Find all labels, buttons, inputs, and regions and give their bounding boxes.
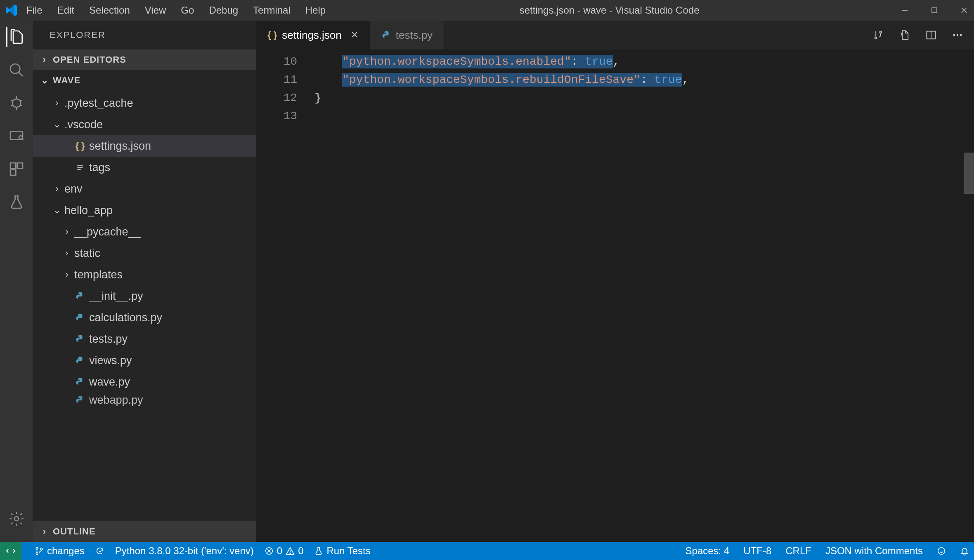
tree-item-static[interactable]: ›static <box>33 242 256 264</box>
status-problems[interactable]: 0 0 <box>265 545 304 557</box>
close-button[interactable] <box>959 5 969 15</box>
menu-edit[interactable]: Edit <box>57 5 74 16</box>
branch-name: changes <box>47 545 85 557</box>
tree-item-hello-app[interactable]: ⌄hello_app <box>33 200 256 221</box>
window-title: settings.json - wave - Visual Studio Cod… <box>326 5 893 16</box>
file-icon <box>74 163 86 172</box>
editor-content[interactable]: 10111213 "python.workspaceSymbols.enable… <box>256 49 974 542</box>
warning-count: 0 <box>298 545 303 557</box>
svg-point-6 <box>12 99 21 107</box>
minimize-button[interactable] <box>900 5 910 15</box>
title-bar: File Edit Selection View Go Debug Termin… <box>0 0 974 21</box>
status-indent[interactable]: Spaces: 4 <box>686 545 730 557</box>
python-file-icon <box>74 356 86 365</box>
svg-line-8 <box>11 100 13 101</box>
tree-item-tests-py[interactable]: tests.py <box>33 328 256 350</box>
tab-tests-py[interactable]: tests.py <box>370 21 445 49</box>
chevron-right-icon: › <box>40 526 49 537</box>
tree-item-views-py[interactable]: views.py <box>33 350 256 371</box>
svg-rect-18 <box>10 170 16 175</box>
svg-point-25 <box>78 336 79 337</box>
menu-view[interactable]: View <box>145 5 166 16</box>
split-editor-icon[interactable] <box>924 28 938 42</box>
status-language[interactable]: JSON with Comments <box>825 545 923 557</box>
python-file-icon <box>74 292 86 301</box>
tree-item-webapp-py[interactable]: webapp.py <box>33 393 256 407</box>
status-encoding[interactable]: UTF-8 <box>743 545 771 557</box>
python-interpreter: Python 3.8.0 32-bit ('env': venv) <box>115 545 254 557</box>
section-workspace[interactable]: ⌄ WAVE <box>33 70 256 91</box>
status-eol[interactable]: CRLF <box>785 545 811 557</box>
status-feedback-icon[interactable] <box>937 546 946 555</box>
tab-label: settings.json <box>282 29 342 42</box>
svg-line-5 <box>19 72 23 76</box>
menu-terminal[interactable]: Terminal <box>253 5 291 16</box>
menu-file[interactable]: File <box>26 5 43 16</box>
scrollbar-thumb[interactable] <box>964 153 974 194</box>
close-tab-icon[interactable]: ✕ <box>351 30 358 40</box>
tree-item-label: wave.py <box>89 376 130 388</box>
tree-item--pytest-cache[interactable]: ›.pytest_cache <box>33 92 256 114</box>
activity-debug-icon[interactable] <box>7 93 26 113</box>
activity-remote-icon[interactable] <box>7 126 26 146</box>
tree-item-tags[interactable]: tags <box>33 157 256 178</box>
tree-item-label: templates <box>74 268 123 281</box>
activity-test-icon[interactable] <box>7 192 26 212</box>
tree-item-wave-py[interactable]: wave.py <box>33 371 256 393</box>
svg-point-19 <box>14 517 19 521</box>
compare-changes-icon[interactable] <box>872 28 885 42</box>
menu-debug[interactable]: Debug <box>209 5 238 16</box>
menu-help[interactable]: Help <box>305 5 326 16</box>
more-actions-icon[interactable] <box>951 28 964 42</box>
activity-extensions-icon[interactable] <box>7 159 26 179</box>
svg-rect-1 <box>932 8 937 13</box>
svg-line-10 <box>11 105 13 106</box>
status-sync[interactable] <box>95 546 104 555</box>
run-tests-label: Run Tests <box>326 545 370 557</box>
remote-indicator[interactable] <box>0 542 21 560</box>
svg-rect-17 <box>17 163 23 168</box>
tree-item-settings-json[interactable]: { }settings.json <box>33 135 256 157</box>
section-outline[interactable]: › OUTLINE <box>33 521 256 542</box>
activity-search-icon[interactable] <box>7 60 26 80</box>
tree-item-env[interactable]: ›env <box>33 178 256 200</box>
code-content[interactable]: "python.workspaceSymbols.enabled": true,… <box>310 49 974 542</box>
tree-item-label: tags <box>89 161 110 174</box>
svg-point-44 <box>290 553 291 554</box>
status-notifications-icon[interactable] <box>960 546 969 555</box>
svg-point-37 <box>36 547 38 549</box>
error-count: 0 <box>277 545 282 557</box>
indent-label: Spaces: 4 <box>686 545 730 557</box>
encoding-label: UTF-8 <box>743 545 771 557</box>
svg-line-11 <box>20 105 22 106</box>
eol-label: CRLF <box>785 545 811 557</box>
tree-item--vscode[interactable]: ⌄.vscode <box>33 114 256 135</box>
activity-explorer-icon[interactable] <box>6 27 26 47</box>
tab-settings-json[interactable]: { } settings.json ✕ <box>256 21 370 49</box>
chevron-down-icon: ⌄ <box>53 119 61 130</box>
tree-item-templates[interactable]: ›templates <box>33 264 256 285</box>
activity-settings-icon[interactable] <box>7 509 26 529</box>
section-open-editors[interactable]: › OPEN EDITORS <box>33 49 256 70</box>
svg-point-38 <box>36 553 38 555</box>
tree-item-label: views.py <box>89 354 132 367</box>
tree-item-calculations-py[interactable]: calculations.py <box>33 307 256 328</box>
svg-point-34 <box>953 34 955 36</box>
chevron-right-icon: › <box>63 269 71 280</box>
file-tree: ›.pytest_cache⌄.vscode{ }settings.jsonta… <box>33 91 256 521</box>
svg-point-28 <box>78 397 79 398</box>
python-file-icon <box>74 334 86 344</box>
maximize-button[interactable] <box>929 5 939 15</box>
workspace-label: WAVE <box>53 75 80 86</box>
status-python[interactable]: Python 3.8.0 32-bit ('env': venv) <box>115 545 254 557</box>
tree-item---pycache--[interactable]: ›__pycache__ <box>33 221 256 242</box>
status-run-tests[interactable]: Run Tests <box>314 545 370 557</box>
tree-item-label: webapp.py <box>89 394 143 407</box>
svg-point-31 <box>880 31 882 33</box>
menu-go[interactable]: Go <box>181 5 194 16</box>
tree-item---init---py[interactable]: __init__.py <box>33 285 256 307</box>
status-bar: changes Python 3.8.0 32-bit ('env': venv… <box>0 542 974 560</box>
status-branch[interactable]: changes <box>35 545 85 557</box>
menu-selection[interactable]: Selection <box>89 5 130 16</box>
open-changes-icon[interactable] <box>898 28 911 42</box>
